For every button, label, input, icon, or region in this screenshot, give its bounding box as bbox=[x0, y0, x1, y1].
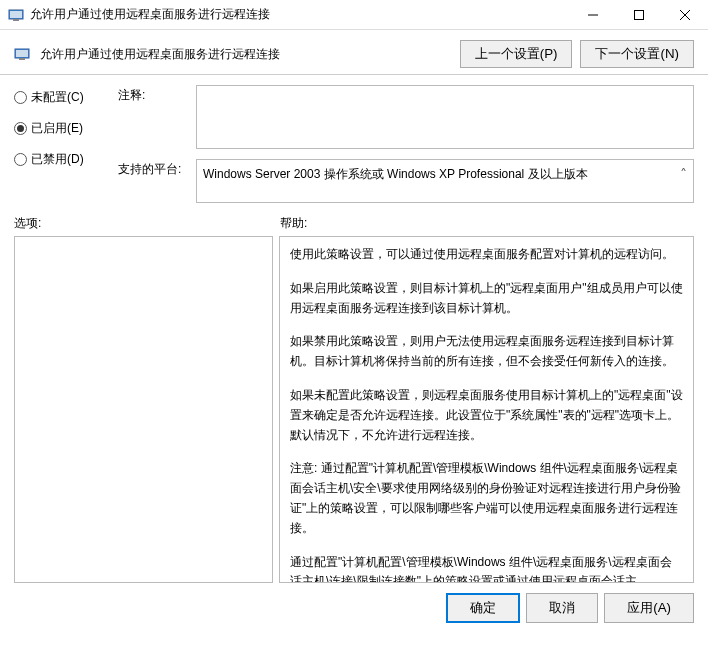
platform-value: Windows Server 2003 操作系统或 Windows XP Pro… bbox=[203, 167, 588, 181]
minimize-button[interactable] bbox=[570, 0, 616, 30]
policy-title: 允许用户通过使用远程桌面服务进行远程连接 bbox=[40, 46, 280, 63]
apply-button[interactable]: 应用(A) bbox=[604, 593, 694, 623]
policy-icon bbox=[14, 46, 30, 62]
radio-label: 已禁用(D) bbox=[31, 151, 84, 168]
help-paragraph: 如果未配置此策略设置，则远程桌面服务使用目标计算机上的"远程桌面"设置来确定是否… bbox=[290, 386, 683, 445]
svg-rect-4 bbox=[635, 10, 644, 19]
comment-row: 注释: bbox=[118, 85, 694, 149]
help-panel[interactable]: 使用此策略设置，可以通过使用远程桌面服务配置对计算机的远程访问。 如果启用此策略… bbox=[279, 236, 694, 583]
titlebar: 允许用户通过使用远程桌面服务进行远程连接 bbox=[0, 0, 708, 30]
comment-label: 注释: bbox=[118, 85, 188, 149]
options-label: 选项: bbox=[14, 215, 280, 232]
svg-rect-9 bbox=[19, 58, 25, 60]
svg-rect-8 bbox=[16, 50, 28, 57]
help-paragraph: 如果禁用此策略设置，则用户无法使用远程桌面服务远程连接到目标计算机。目标计算机将… bbox=[290, 332, 683, 372]
header-bar: 允许用户通过使用远程桌面服务进行远程连接 上一个设置(P) 下一个设置(N) bbox=[0, 30, 708, 75]
footer-buttons: 确定 取消 应用(A) bbox=[0, 583, 708, 623]
platform-row: 支持的平台: Windows Server 2003 操作系统或 Windows… bbox=[118, 159, 694, 203]
window-title: 允许用户通过使用远程桌面服务进行远程连接 bbox=[30, 6, 270, 23]
platform-label: 支持的平台: bbox=[118, 159, 188, 203]
help-paragraph: 注意: 通过配置"计算机配置\管理模板\Windows 组件\远程桌面服务\远程… bbox=[290, 459, 683, 538]
svg-rect-1 bbox=[10, 11, 22, 18]
prev-setting-button[interactable]: 上一个设置(P) bbox=[460, 40, 573, 68]
comment-input[interactable] bbox=[196, 85, 694, 149]
help-paragraph: 通过配置"计算机配置\管理模板\Windows 组件\远程桌面服务\远程桌面会话… bbox=[290, 553, 683, 583]
radio-label: 已启用(E) bbox=[31, 120, 83, 137]
settings-area: 未配置(C) 已启用(E) 已禁用(D) 注释: 支持的平台: Windows … bbox=[0, 75, 708, 209]
help-paragraph: 使用此策略设置，可以通过使用远程桌面服务配置对计算机的远程访问。 bbox=[290, 245, 683, 265]
section-labels: 选项: 帮助: bbox=[0, 209, 708, 236]
fields-column: 注释: 支持的平台: Windows Server 2003 操作系统或 Win… bbox=[118, 85, 694, 203]
ok-button[interactable]: 确定 bbox=[446, 593, 520, 623]
radio-not-configured[interactable]: 未配置(C) bbox=[14, 89, 104, 106]
radio-icon bbox=[14, 153, 27, 166]
nav-buttons: 上一个设置(P) 下一个设置(N) bbox=[460, 40, 694, 68]
radio-label: 未配置(C) bbox=[31, 89, 84, 106]
help-label: 帮助: bbox=[280, 215, 694, 232]
panels: 使用此策略设置，可以通过使用远程桌面服务配置对计算机的远程访问。 如果启用此策略… bbox=[0, 236, 708, 583]
help-paragraph: 如果启用此策略设置，则目标计算机上的"远程桌面用户"组成员用户可以使用远程桌面服… bbox=[290, 279, 683, 319]
radio-icon bbox=[14, 91, 27, 104]
platform-value-box: Windows Server 2003 操作系统或 Windows XP Pro… bbox=[196, 159, 694, 203]
close-button[interactable] bbox=[662, 0, 708, 30]
caret-up-icon[interactable]: ˄ bbox=[680, 166, 687, 182]
radio-disabled[interactable]: 已禁用(D) bbox=[14, 151, 104, 168]
app-icon bbox=[8, 7, 24, 23]
options-panel bbox=[14, 236, 273, 583]
next-setting-button[interactable]: 下一个设置(N) bbox=[580, 40, 694, 68]
svg-rect-2 bbox=[13, 19, 19, 21]
cancel-button[interactable]: 取消 bbox=[526, 593, 598, 623]
maximize-button[interactable] bbox=[616, 0, 662, 30]
radio-enabled[interactable]: 已启用(E) bbox=[14, 120, 104, 137]
radio-group: 未配置(C) 已启用(E) 已禁用(D) bbox=[14, 85, 104, 203]
titlebar-left: 允许用户通过使用远程桌面服务进行远程连接 bbox=[8, 6, 270, 23]
window-controls bbox=[570, 0, 708, 30]
radio-icon-checked bbox=[14, 122, 27, 135]
